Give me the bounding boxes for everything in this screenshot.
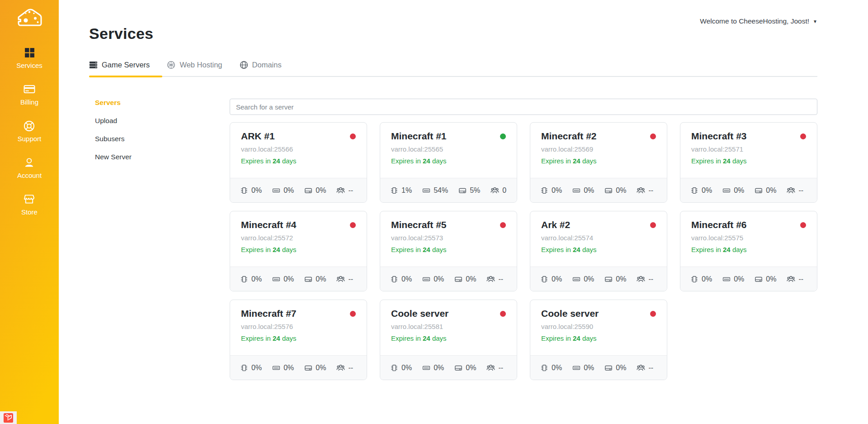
server-card[interactable]: Minecraft #3 varro.local:25571 Expires i… xyxy=(680,122,817,203)
ram-icon xyxy=(722,275,731,283)
ram-stat: 0% xyxy=(722,186,744,195)
server-stats: 1% 54% xyxy=(380,178,517,202)
cpu-stat: 0% xyxy=(690,186,712,195)
players-icon xyxy=(336,363,345,372)
subnav-item-servers[interactable]: Servers xyxy=(95,99,230,117)
sidebar-item-store[interactable]: Store xyxy=(21,193,38,216)
server-card[interactable]: Minecraft #6 varro.local:25575 Expires i… xyxy=(680,211,817,291)
tab-web-hosting[interactable]: Web Hosting xyxy=(167,54,228,76)
tab-label: Game Servers xyxy=(102,61,150,69)
cpu-icon xyxy=(690,275,698,283)
sidebar-nav: Services Billing xyxy=(16,46,42,229)
sidebar-item-label: Store xyxy=(21,208,38,216)
players-icon xyxy=(336,275,345,283)
ram-icon xyxy=(272,364,280,372)
sidebar-item-billing[interactable]: Billing xyxy=(20,83,38,106)
players-icon xyxy=(336,186,345,195)
search-input[interactable] xyxy=(230,99,817,115)
players-stat: -- xyxy=(336,363,353,372)
ram-icon xyxy=(272,275,280,283)
server-stats: 0% 0% xyxy=(680,267,817,291)
server-address: varro.local:25581 xyxy=(391,323,506,330)
server-name: Minecraft #4 xyxy=(241,219,297,230)
server-expiry: Expires in 24 days xyxy=(691,246,806,253)
server-stats: 0% 0% xyxy=(530,178,667,202)
server-expiry: Expires in 24 days xyxy=(241,334,356,342)
server-expiry: Expires in 24 days xyxy=(541,334,656,342)
cheesehosting-logo[interactable] xyxy=(14,6,44,28)
subnav-item-subusers[interactable]: Subusers xyxy=(95,135,230,153)
cpu-icon xyxy=(390,275,398,283)
players-stat: -- xyxy=(787,186,803,195)
cpu-stat: 1% xyxy=(390,186,412,195)
disk-icon xyxy=(304,364,312,372)
disk-stat: 0% xyxy=(604,275,626,283)
server-card[interactable]: ARK #1 varro.local:25566 Expires in 24 d… xyxy=(230,122,367,203)
server-expiry: Expires in 24 days xyxy=(241,157,356,165)
server-stats: 0% 0% xyxy=(230,267,367,291)
credit-card-icon xyxy=(24,83,35,95)
sidebar-item-label: Account xyxy=(17,172,42,179)
sidebar-item-support[interactable]: Support xyxy=(18,119,42,143)
server-card[interactable]: Minecraft #1 varro.local:25565 Expires i… xyxy=(380,122,517,203)
players-icon xyxy=(486,275,495,283)
status-dot xyxy=(500,311,506,317)
players-icon xyxy=(491,186,499,195)
status-dot xyxy=(500,222,506,228)
server-card[interactable]: Minecraft #4 varro.local:25572 Expires i… xyxy=(230,211,367,291)
server-stats: 0% 0% xyxy=(380,267,517,291)
server-card[interactable]: Minecraft #2 varro.local:25569 Expires i… xyxy=(530,122,667,203)
server-card[interactable]: Ark #2 varro.local:25574 Expires in 24 d… xyxy=(530,211,667,291)
server-address: varro.local:25572 xyxy=(241,234,356,242)
ram-icon xyxy=(572,364,580,372)
server-name: Coole server xyxy=(541,308,599,319)
ram-stat: 0% xyxy=(722,275,744,283)
disk-icon xyxy=(604,186,613,195)
sidebar-item-services[interactable]: Services xyxy=(16,46,42,69)
sidebar-item-account[interactable]: Account xyxy=(17,156,42,179)
subnav-item-upload[interactable]: Upload xyxy=(95,117,230,135)
laravel-icon xyxy=(3,413,14,423)
ram-icon xyxy=(572,275,580,283)
server-name: Minecraft #1 xyxy=(391,131,447,142)
server-stats: 0% 0% xyxy=(530,355,667,380)
players-stat: -- xyxy=(787,275,803,283)
tab-game-servers[interactable]: Game Servers xyxy=(89,54,156,76)
players-icon xyxy=(637,275,645,283)
account-dropdown[interactable]: Welcome to CheeseHosting, Joost! ▼ xyxy=(700,17,817,25)
person-icon xyxy=(24,156,35,169)
cpu-icon xyxy=(540,364,548,372)
server-card[interactable]: Coole server varro.local:25581 Expires i… xyxy=(380,300,517,380)
disk-icon xyxy=(755,275,763,283)
tab-domains[interactable]: Domains xyxy=(240,54,288,76)
disk-icon xyxy=(458,186,467,195)
ram-stat: 0% xyxy=(272,186,294,195)
status-dot xyxy=(350,222,356,228)
server-card[interactable]: Minecraft #5 varro.local:25573 Expires i… xyxy=(380,211,517,291)
lifebuoy-icon xyxy=(24,119,35,132)
ram-stat: 0% xyxy=(572,364,594,372)
ram-stat: 0% xyxy=(422,275,444,283)
players-icon xyxy=(787,275,795,283)
server-expiry: Expires in 24 days xyxy=(391,157,506,165)
page-title: Services xyxy=(89,25,153,43)
server-card[interactable]: Minecraft #7 varro.local:25576 Expires i… xyxy=(230,300,367,380)
debugbar-toggle[interactable] xyxy=(0,411,17,424)
players-icon xyxy=(486,363,495,372)
cpu-stat: 0% xyxy=(390,275,412,283)
tab-label: Domains xyxy=(252,61,282,69)
server-address: varro.local:25576 xyxy=(241,323,356,330)
disk-stat: 0% xyxy=(604,364,626,372)
sidebar-item-label: Services xyxy=(16,62,42,69)
server-card[interactable]: Coole server varro.local:25590 Expires i… xyxy=(530,300,667,380)
disk-icon xyxy=(604,275,613,283)
subnav-item-new-server[interactable]: New Server xyxy=(95,153,230,171)
disk-stat: 5% xyxy=(458,186,480,195)
tab-bar: Game Servers Web Hosting Domains xyxy=(89,54,817,77)
players-stat: -- xyxy=(637,186,653,195)
status-dot xyxy=(650,222,656,228)
cpu-stat: 0% xyxy=(390,364,412,372)
status-dot xyxy=(650,133,656,139)
chevron-down-icon: ▼ xyxy=(813,19,817,24)
ram-stat: 54% xyxy=(422,186,448,195)
